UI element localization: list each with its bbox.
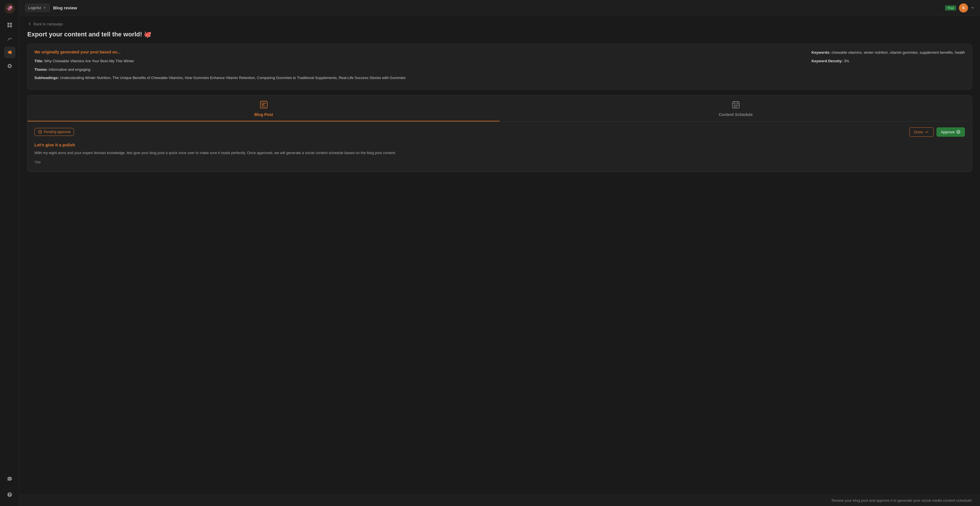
tab-blog-post[interactable]: Blog Post bbox=[28, 95, 500, 121]
tabs-card: Blog Post bbox=[27, 95, 972, 172]
svg-rect-15 bbox=[734, 105, 735, 106]
sidebar-item-settings[interactable] bbox=[4, 60, 15, 71]
sidebar-bottom bbox=[4, 473, 15, 503]
action-buttons: Done Approve bbox=[910, 127, 965, 137]
svg-rect-19 bbox=[735, 106, 737, 107]
app-logo[interactable]: 🦑 bbox=[5, 3, 15, 14]
user-dropdown-button[interactable] bbox=[971, 6, 974, 10]
chevron-down-icon bbox=[43, 6, 47, 10]
svg-rect-4 bbox=[7, 25, 10, 27]
clock-icon bbox=[38, 130, 42, 134]
svg-rect-5 bbox=[10, 25, 12, 27]
tab-content-schedule-label: Content Schedule bbox=[719, 112, 752, 117]
tab-content-area: Pending approval Done Approve Let's giv bbox=[28, 122, 972, 172]
bottom-bar: Review your blog post and approve it to … bbox=[19, 495, 980, 506]
content-schedule-icon bbox=[731, 100, 740, 111]
pending-badge: Pending approval bbox=[35, 128, 74, 136]
svg-rect-6 bbox=[11, 51, 12, 54]
info-card-left: We originally generated your post based … bbox=[35, 50, 794, 84]
info-row-subheadings: Subheadings: Understanding Winter Nutrit… bbox=[35, 75, 794, 81]
info-card: We originally generated your post based … bbox=[27, 44, 972, 90]
topbar-right: Trial S bbox=[945, 3, 974, 13]
done-button[interactable]: Done bbox=[910, 127, 934, 137]
workspace-name: Logicful bbox=[28, 6, 41, 10]
blog-post-icon bbox=[259, 100, 268, 111]
back-to-campaign-link[interactable]: Back to campaign bbox=[27, 22, 972, 26]
trial-badge: Trial bbox=[945, 5, 956, 11]
svg-rect-8 bbox=[261, 103, 266, 103]
tab-blog-post-label: Blog Post bbox=[255, 112, 273, 117]
status-row: Pending approval Done Approve bbox=[35, 127, 965, 137]
svg-rect-3 bbox=[10, 23, 12, 25]
info-row-title: Title: Why Chewable Vitamins Are Your Be… bbox=[35, 58, 794, 64]
page-title-block: Blog review bbox=[53, 5, 77, 11]
bottom-bar-text: Review your blog post and approve it to … bbox=[832, 498, 972, 503]
export-heading: Export your content and tell the world! … bbox=[27, 31, 972, 38]
tab-content-schedule[interactable]: Content Schedule bbox=[500, 95, 972, 121]
svg-rect-10 bbox=[261, 106, 265, 106]
info-card-title: We originally generated your post based … bbox=[35, 50, 794, 54]
info-row-keyword-density: Keyword Density: 3% bbox=[811, 58, 965, 64]
polish-description: With my eight arms and your expert domai… bbox=[35, 150, 965, 156]
approve-button[interactable]: Approve bbox=[937, 127, 965, 137]
info-card-right: Keywords: chewable vitamins, winter nutr… bbox=[811, 50, 965, 84]
sidebar-item-chat[interactable] bbox=[4, 473, 15, 484]
arrow-left-icon bbox=[27, 22, 32, 26]
svg-point-21 bbox=[957, 130, 960, 133]
svg-rect-2 bbox=[7, 23, 10, 25]
user-avatar[interactable]: S bbox=[959, 3, 968, 13]
svg-rect-17 bbox=[737, 105, 738, 106]
check-icon bbox=[925, 130, 929, 134]
tabs-header: Blog Post bbox=[28, 95, 972, 122]
svg-rect-18 bbox=[734, 106, 735, 107]
approve-check-icon bbox=[956, 130, 960, 134]
sidebar: 🦑 bbox=[0, 0, 19, 506]
info-row-theme: Theme: Informative and engaging bbox=[35, 67, 794, 73]
page-title: Blog review bbox=[53, 5, 77, 11]
topbar: Logicful Blog review Trial S bbox=[19, 0, 980, 16]
polish-heading: Let's give it a polish bbox=[35, 143, 965, 147]
sidebar-item-help[interactable] bbox=[4, 489, 15, 500]
sidebar-item-grid[interactable] bbox=[4, 19, 15, 31]
topbar-left: Logicful Blog review bbox=[25, 4, 77, 12]
sidebar-item-campaigns[interactable] bbox=[4, 47, 15, 58]
sidebar-item-analytics[interactable] bbox=[4, 33, 15, 44]
main-content: Logicful Blog review Trial S Back to cam… bbox=[19, 0, 980, 506]
chevron-down-icon bbox=[971, 6, 974, 10]
title-field-label: Title bbox=[35, 160, 965, 164]
page-content: Back to campaign Export your content and… bbox=[19, 16, 980, 495]
workspace-selector[interactable]: Logicful bbox=[25, 4, 50, 12]
svg-text:🦑: 🦑 bbox=[6, 5, 13, 11]
svg-rect-9 bbox=[261, 104, 264, 105]
info-row-keywords: Keywords: chewable vitamins, winter nutr… bbox=[811, 50, 965, 56]
svg-rect-16 bbox=[735, 105, 737, 106]
